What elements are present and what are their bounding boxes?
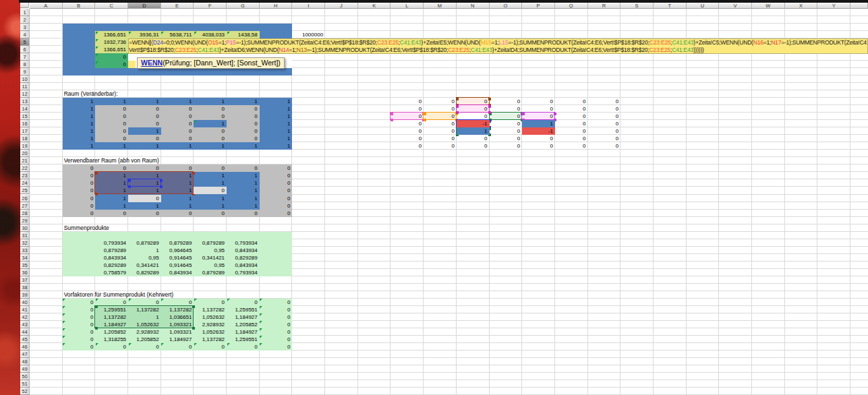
cell-raum-rechts-r16cQ[interactable]: 0: [555, 120, 588, 127]
cell-raum-rechts-r17cR[interactable]: 0: [588, 127, 621, 135]
cell-raum-rechts-r14cO[interactable]: 0: [490, 105, 523, 113]
cell-raum-r18cG[interactable]: 0: [227, 135, 260, 142]
cell-raum-r19cF[interactable]: 1: [194, 142, 227, 150]
cell-vorfaktoren-r41cB[interactable]: 0: [63, 306, 96, 313]
cell-vorfaktoren-r44cE[interactable]: 1,093321: [161, 328, 194, 336]
row-header-38[interactable]: 38: [20, 284, 30, 291]
cell-verwendbarer-raum-r24cH[interactable]: 0: [260, 179, 293, 187]
row-header-4[interactable]: 4: [20, 31, 30, 38]
cell-verwendbarer-raum-r28cG[interactable]: 0: [227, 210, 260, 217]
cell-raum-r18cH[interactable]: 1: [260, 135, 293, 142]
cell-summenprodukte-r35cE[interactable]: 0,914645: [161, 262, 194, 269]
cell-verwendbarer-raum-r28cB[interactable]: 0: [63, 210, 96, 217]
cell-raum-rechts-r13cP[interactable]: 0: [522, 98, 555, 105]
row-header-16[interactable]: 16: [20, 120, 30, 127]
cell-vorfaktoren-r45cH[interactable]: 0: [260, 336, 293, 343]
cell-raum-rechts-r15cP[interactable]: 0: [522, 113, 555, 120]
cell-raum-rechts-r18cP[interactable]: 0: [522, 135, 555, 142]
cell-verwendbarer-raum-r22cF[interactable]: 0: [194, 164, 227, 172]
row-header-21[interactable]: 21: [20, 157, 30, 164]
column-header-O[interactable]: O: [490, 3, 523, 9]
column-header-W[interactable]: W: [752, 3, 785, 9]
row-header-27[interactable]: 27: [20, 202, 30, 210]
cell-vorfaktoren-r40cE[interactable]: 0: [161, 299, 194, 306]
row-header-19[interactable]: 19: [20, 142, 30, 150]
column-header-P[interactable]: P: [522, 3, 555, 9]
formula-edit-overlay[interactable]: =WENN(D24=0;0;WENN(UND(O15=1;P15=-1);SUM…: [128, 38, 868, 54]
cell-vorfaktoren-r44cH[interactable]: 0: [260, 328, 293, 336]
row-header-14[interactable]: 14: [20, 105, 30, 113]
cell-verwendbarer-raum-r27cG[interactable]: 1: [227, 202, 260, 210]
column-header-E[interactable]: E: [161, 3, 194, 9]
cell-verwendbarer-raum-r24cD[interactable]: 1: [128, 179, 161, 187]
cell-raum-rechts-r13cN[interactable]: 0: [457, 98, 490, 105]
column-header-partial[interactable]: [850, 3, 868, 9]
cell-vorfaktoren-r46cE[interactable]: 0: [161, 343, 194, 351]
cell-verwendbarer-raum-r26cD[interactable]: 0: [128, 195, 161, 202]
row-header-47[interactable]: 47: [20, 351, 30, 358]
cell-raum-r19cG[interactable]: 1: [227, 142, 260, 150]
cell-raum-r14cD[interactable]: 0: [128, 105, 161, 113]
row-header-13[interactable]: 13: [20, 98, 30, 105]
row-header-2[interactable]: 2: [20, 16, 30, 24]
cell-raum-rechts-r17cQ[interactable]: 0: [555, 127, 588, 135]
column-header-F[interactable]: F: [194, 3, 227, 9]
cell-summenprodukte-r34cG[interactable]: 0,829289: [227, 254, 260, 262]
cell-raum-rechts-r17cM[interactable]: 0: [424, 127, 457, 135]
cell-verwendbarer-raum-r23cG[interactable]: 1: [227, 172, 260, 179]
cell-verwendbarer-raum-r26cH[interactable]: 0: [260, 195, 293, 202]
cell-D4[interactable]: 3936,31: [128, 31, 161, 38]
cell-verwendbarer-raum-r24cG[interactable]: 1: [227, 179, 260, 187]
cell-summenprodukte-r32cE[interactable]: 0,879289: [161, 239, 194, 247]
column-header-X[interactable]: X: [785, 3, 818, 9]
cell-vorfaktoren-r40cH[interactable]: 0: [260, 299, 293, 306]
cell-summenprodukte-r34cE[interactable]: 0,914645: [161, 254, 194, 262]
cell-vorfaktoren-r43cE[interactable]: 1,093321: [161, 321, 194, 328]
cell-vorfaktoren-r45cE[interactable]: 1,184927: [161, 336, 194, 343]
cell-verwendbarer-raum-r26cB[interactable]: 0: [63, 195, 96, 202]
cell-verwendbarer-raum-r23cE[interactable]: 1: [161, 172, 194, 179]
cell-vorfaktoren-r46cG[interactable]: 0: [227, 343, 260, 351]
cell-raum-rechts-r14cL[interactable]: 0: [390, 105, 424, 113]
cell-verwendbarer-raum-r25cD[interactable]: 1: [128, 187, 161, 194]
cell-raum-r19cE[interactable]: 1: [161, 142, 194, 150]
cell-raum-r17cD[interactable]: 1: [128, 127, 161, 135]
row-header-11[interactable]: 11: [20, 83, 30, 90]
cell-verwendbarer-raum-r23cD[interactable]: 1: [128, 172, 161, 179]
cell-vorfaktoren-r42cH[interactable]: 0: [260, 313, 293, 321]
row-header-52[interactable]: 52: [20, 388, 30, 395]
column-header-L[interactable]: L: [390, 3, 424, 9]
cell-raum-rechts-r19cM[interactable]: 0: [424, 142, 457, 150]
cell-vorfaktoren-r46cB[interactable]: 0: [63, 343, 96, 351]
column-header-D[interactable]: D: [128, 3, 161, 9]
column-header-I[interactable]: I: [292, 3, 325, 9]
cell-raum-r13cG[interactable]: 1: [227, 98, 260, 105]
row-header-8[interactable]: 8: [20, 61, 30, 68]
cell-raum-r18cE[interactable]: 0: [161, 135, 194, 142]
cell-vorfaktoren-r41cF[interactable]: 1,137282: [194, 306, 227, 313]
column-header-R[interactable]: R: [588, 3, 621, 9]
row-header-3[interactable]: 3: [20, 24, 30, 31]
row-header-46[interactable]: 46: [20, 343, 30, 351]
cell-verwendbarer-raum-r28cE[interactable]: 0: [161, 210, 194, 217]
cell-C5[interactable]: 1932,736: [95, 38, 128, 46]
cell-G4[interactable]: 1438,58: [227, 31, 260, 38]
cell-summenprodukte-r36cD[interactable]: 0,829289: [128, 269, 161, 276]
column-header-A[interactable]: A: [30, 3, 63, 9]
cell-raum-r19cD[interactable]: 1: [128, 142, 161, 150]
row-header-17[interactable]: 17: [20, 127, 30, 135]
cell-summenprodukte-r33cE[interactable]: 0,964645: [161, 247, 194, 254]
cell-raum-r13cD[interactable]: 1: [128, 98, 161, 105]
cell-raum-r17cE[interactable]: 0: [161, 127, 194, 135]
cell-raum-r14cH[interactable]: 1: [260, 105, 293, 113]
cell-raum-rechts-r17cL[interactable]: 0: [390, 127, 424, 135]
row-header-48[interactable]: 48: [20, 358, 30, 365]
column-header-K[interactable]: K: [358, 3, 391, 9]
cell-verwendbarer-raum-r28cH[interactable]: 0: [260, 210, 293, 217]
cell-verwendbarer-raum-r23cF[interactable]: 1: [194, 172, 227, 179]
cell-vorfaktoren-r41cH[interactable]: 0: [260, 306, 293, 313]
cell-verwendbarer-raum-r24cC[interactable]: 1: [95, 179, 128, 187]
row-header-26[interactable]: 26: [20, 195, 30, 202]
cell-summenprodukte-r36cE[interactable]: 0,843934: [161, 269, 194, 276]
cell-raum-rechts-r19cL[interactable]: 0: [390, 142, 424, 150]
